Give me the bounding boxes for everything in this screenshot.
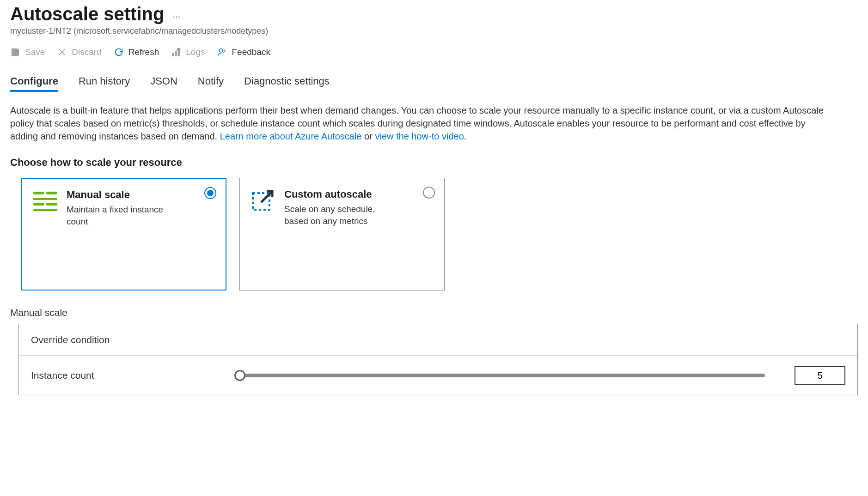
svg-point-7: [177, 48, 180, 51]
svg-rect-4: [172, 53, 174, 56]
tab-configure[interactable]: Configure: [10, 72, 58, 92]
save-label: Save: [25, 47, 45, 57]
refresh-label: Refresh: [128, 47, 159, 57]
description-period: .: [464, 131, 467, 141]
manual-section-title: Manual scale: [10, 307, 858, 318]
custom-radio[interactable]: [423, 187, 435, 199]
save-button[interactable]: Save: [10, 47, 45, 57]
choose-heading: Choose how to scale your resource: [10, 157, 858, 169]
tabs: Configure Run history JSON Notify Diagno…: [10, 72, 858, 92]
close-icon: [57, 47, 67, 57]
svg-rect-0: [13, 49, 16, 51]
learn-more-link[interactable]: Learn more about Azure Autoscale: [220, 131, 362, 141]
description-text: Autoscale is a built-in feature that hel…: [10, 104, 833, 143]
override-condition-label: Override condition: [31, 334, 110, 345]
instance-count-input[interactable]: [795, 366, 845, 385]
instance-count-row: Instance count: [19, 356, 857, 395]
manual-card-desc: Maintain a fixed instance count: [67, 204, 182, 227]
svg-rect-10: [46, 192, 57, 194]
slider-track: [234, 374, 765, 377]
page-title: Autoscale setting: [10, 4, 164, 24]
feedback-label: Feedback: [232, 47, 270, 57]
tab-run-history[interactable]: Run history: [79, 72, 130, 92]
svg-rect-14: [33, 209, 57, 211]
logs-label: Logs: [186, 47, 205, 57]
feedback-button[interactable]: Feedback: [217, 47, 270, 57]
slider-thumb[interactable]: [234, 370, 245, 381]
discard-label: Discard: [72, 47, 101, 57]
override-condition-row: Override condition: [19, 324, 857, 356]
more-menu-icon[interactable]: ···: [172, 6, 180, 22]
feedback-icon: [217, 47, 227, 57]
svg-rect-12: [33, 203, 44, 206]
custom-autoscale-card[interactable]: Custom autoscale Scale on any schedule, …: [239, 178, 445, 290]
manual-radio[interactable]: [204, 187, 216, 199]
svg-rect-13: [46, 203, 57, 206]
refresh-button[interactable]: Refresh: [114, 47, 159, 57]
tab-notify[interactable]: Notify: [198, 72, 224, 92]
breadcrumb: mycluster-1/NT2 (microsoft.servicefabric…: [10, 26, 858, 36]
svg-rect-11: [33, 198, 57, 200]
svg-rect-5: [175, 51, 177, 56]
svg-point-8: [220, 49, 223, 52]
toolbar: Save Discard Refresh Logs Feedback: [10, 47, 858, 64]
discard-button[interactable]: Discard: [57, 47, 101, 57]
manual-scale-icon: [32, 188, 58, 214]
custom-card-title: Custom autoscale: [284, 188, 400, 200]
logs-icon: [171, 47, 181, 57]
tab-json[interactable]: JSON: [150, 72, 177, 92]
manual-scale-panel: Override condition Instance count: [18, 324, 858, 395]
svg-rect-1: [13, 53, 17, 55]
howto-video-link[interactable]: view the how-to video: [375, 131, 464, 141]
instance-count-label: Instance count: [31, 370, 216, 381]
tab-diagnostic[interactable]: Diagnostic settings: [244, 72, 330, 92]
description-or: or: [364, 131, 375, 141]
refresh-icon: [114, 47, 124, 57]
save-icon: [10, 47, 20, 57]
manual-scale-card[interactable]: Manual scale Maintain a fixed instance c…: [21, 178, 226, 290]
logs-button[interactable]: Logs: [171, 47, 205, 57]
instance-count-slider[interactable]: [234, 369, 765, 382]
svg-rect-9: [33, 192, 44, 194]
custom-autoscale-icon: [250, 188, 276, 213]
manual-card-title: Manual scale: [67, 189, 182, 201]
custom-card-desc: Scale on any schedule, based on any metr…: [284, 203, 400, 227]
scale-mode-cards: Manual scale Maintain a fixed instance c…: [21, 178, 858, 290]
